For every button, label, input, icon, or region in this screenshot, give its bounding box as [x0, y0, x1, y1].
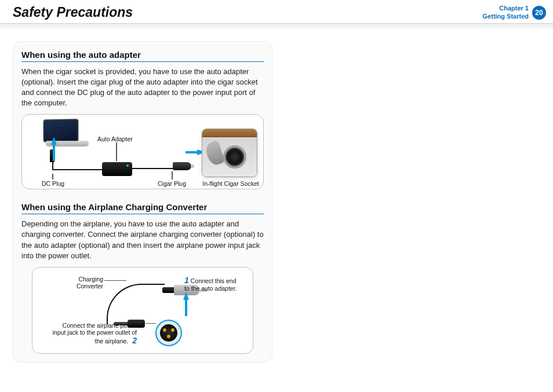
leader-line: [172, 171, 173, 179]
section-heading-auto-adapter: When using the auto adapter: [21, 50, 264, 62]
step2-text: Connect the airplane power input jack to…: [53, 322, 137, 345]
header-shadow: [0, 24, 553, 31]
arrow-up-icon: [183, 292, 189, 300]
chapter-block: Chapter 1 Getting Started 20: [483, 5, 546, 21]
chapter-line-2: Getting Started: [483, 13, 529, 21]
adapter-brick-icon: [102, 162, 132, 176]
section-heading-airplane-converter: When using the Airplane Charging Convert…: [21, 202, 264, 214]
page-title: Safety Precautions: [13, 5, 133, 20]
leader-line: [116, 142, 117, 161]
main-card: When using the auto adapter When the cig…: [13, 41, 272, 363]
label-dc-plug: DC Plug: [42, 180, 64, 187]
page-number-badge: 20: [532, 6, 546, 20]
section-body-auto-adapter: When the cigar socket is provided, you h…: [21, 67, 264, 109]
laptop-icon: [42, 119, 88, 147]
cigar-socket-panel-icon: [202, 129, 257, 177]
leader-line: [104, 280, 126, 281]
illustration-airplane-converter: Charging Converter 1 Connect this end to…: [32, 267, 253, 354]
cigar-plug-icon: [173, 162, 191, 170]
section-body-airplane-converter: Depending on the airplane, you have to u…: [21, 219, 264, 261]
leader-line: [52, 174, 53, 179]
arrow-up-icon: [51, 137, 57, 145]
chapter-text: Chapter 1 Getting Started: [483, 5, 529, 21]
leader-line: [145, 323, 156, 324]
step2-number: 2: [132, 336, 137, 345]
illustration-auto-adapter: DC Plug Auto Adapter Cigar Plug In-fligh…: [21, 114, 264, 189]
label-charging-converter: Charging Converter: [63, 276, 103, 290]
chapter-line-1: Chapter 1: [483, 5, 529, 13]
cable-segment: [132, 168, 173, 169]
content-area: When using the auto adapter When the cig…: [0, 31, 553, 373]
label-cigar-socket: In-flight Cigar Socket: [202, 180, 260, 187]
step1-label: 1 Connect this end to the auto adapter.: [184, 276, 242, 292]
label-auto-adapter: Auto Adapter: [97, 135, 133, 142]
page-header: Safety Precautions Chapter 1 Getting Sta…: [0, 0, 553, 24]
step1-number: 1: [184, 276, 189, 285]
cable-curve: [107, 284, 165, 324]
label-cigar-plug: Cigar Plug: [158, 180, 186, 187]
step1-text: Connect this end to the auto adapter.: [184, 277, 237, 292]
jack-callout-icon: [155, 320, 182, 346]
cable-segment: [52, 169, 102, 170]
step2-label: Connect the airplane power input jack to…: [50, 322, 137, 345]
